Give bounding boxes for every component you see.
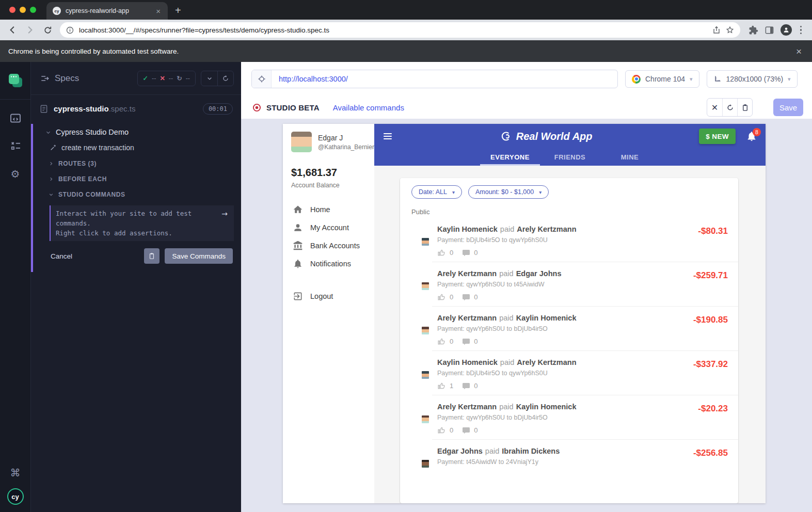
like-icon[interactable] [437,293,446,301]
restart-icon [222,75,229,82]
suite-row[interactable]: Cypress Studio Demo [33,124,241,140]
forward-button[interactable] [23,23,37,37]
comment-icon[interactable] [462,382,470,390]
copy-commands-button[interactable] [144,248,160,264]
balance-amount: $1,681.37 [291,167,366,179]
new-tab-button[interactable]: + [168,5,188,20]
share-icon[interactable] [712,26,721,34]
new-transaction-button[interactable]: $ NEW [699,129,736,144]
transaction-receiver: Arely Kertzmann [517,225,576,233]
like-count: 0 [450,293,453,301]
studio-save-button[interactable]: Save [773,99,803,116]
transaction-row[interactable]: Edgar Johns paid Ibrahim Dickens Payment… [400,440,738,473]
studio-close-button[interactable]: ✕ [707,99,722,116]
like-icon[interactable] [437,337,446,346]
transaction-row[interactable]: Arely Kertzmann paid Kaylin Homenick Pay… [400,395,738,440]
browser-tab[interactable]: cy cypress-realworld-app × [46,2,168,20]
nav-item-logout[interactable]: Logout [283,287,374,305]
browser-selector[interactable]: Chrome 104 ▾ [625,70,699,88]
test-row[interactable]: create new transaction [33,140,241,156]
transaction-row[interactable]: Kaylin Homenick paid Arely Kertzmann Pay… [400,351,738,395]
transaction-avatars [409,225,430,246]
back-button[interactable] [5,23,20,37]
studio-restart-button[interactable] [722,99,737,116]
nav-item-my-account[interactable]: My Account [283,218,374,236]
extensions-icon[interactable] [749,25,758,35]
reload-button[interactable] [40,23,55,37]
studio-copy-button[interactable] [737,99,752,116]
like-icon[interactable] [437,426,446,435]
tab-friends[interactable]: FRIENDS [540,149,600,166]
automation-banner: Chrome is being controlled by automated … [0,40,812,62]
forward-arrow-icon [25,25,35,35]
close-window-button[interactable] [9,7,15,13]
aut-url-bar[interactable]: http://localhost:3000/ [251,70,618,88]
maximize-window-button[interactable] [30,7,36,13]
transaction-row[interactable]: Arely Kertzmann paid Kaylin Homenick Pay… [400,307,738,351]
user-avatar [291,132,312,152]
bookmark-star-icon[interactable] [726,26,734,34]
person-icon [293,222,303,233]
comment-icon[interactable] [462,249,470,257]
selector-playground-button[interactable] [252,70,272,88]
minimize-window-button[interactable] [20,7,26,13]
transaction-row[interactable]: Arely Kertzmann paid Edgar Johns Payment… [400,262,738,307]
transaction-row[interactable]: Kaylin Homenick paid Arely Kertzmann Pay… [400,218,738,262]
address-bar[interactable]: localhost:3000/__/#/specs/runner?file=cy… [60,22,740,38]
tab-close-icon[interactable]: × [154,6,163,16]
tab-title: cypress-realworld-app [66,7,149,14]
routes-group-row[interactable]: ROUTES (3) [33,156,241,171]
studio-hint-line1: Interact with your site to add test comm… [56,209,216,228]
before-each-group-row[interactable]: BEFORE EACH [33,171,241,187]
side-panel-icon[interactable] [765,25,774,35]
hamburger-menu-icon[interactable] [383,131,393,141]
cypress-logo[interactable]: cy [7,488,24,505]
transaction-amount: -$20.23 [698,403,728,435]
logout-icon [293,291,303,301]
rerun-button[interactable] [217,71,233,86]
arrow-right-icon: → [221,209,228,219]
viewport-selector[interactable]: 1280x1000 (73%) ▾ [707,70,798,88]
comment-icon[interactable] [462,338,470,346]
profile-avatar[interactable] [781,24,792,36]
nav-item-bank-accounts[interactable]: Bank Accounts [283,236,374,254]
comment-icon[interactable] [462,293,470,301]
app-main: Real World App $ NEW 8 EVERYONE FR [374,124,766,503]
rail-item-debug[interactable] [5,136,26,156]
user-handle: @Katharina_Bernier [318,143,374,151]
nav-item-home[interactable]: Home [283,200,374,218]
tab-everyone[interactable]: EVERYONE [480,149,540,166]
rail-item-runs[interactable] [5,108,26,129]
transaction-social: 0 0 [437,248,698,257]
amount-filter-chip[interactable]: Amount: $0 - $1,000 ▾ [468,185,549,199]
rail-item-settings[interactable]: ⚙ [5,164,26,184]
spec-file-row[interactable]: cypress-studio.spec.ts 00:01 [31,95,241,120]
save-commands-button[interactable]: Save Commands [165,248,233,264]
comment-icon[interactable] [462,426,470,435]
date-filter-chip[interactable]: Date: ALL ▾ [411,185,462,199]
nav-item-notifications[interactable]: Notifications [283,254,374,273]
cancel-button[interactable]: Cancel [51,252,72,260]
transaction-feed: Date: ALL ▾ Amount: $0 - $1,000 ▾ Public [400,178,738,503]
studio-commands-group-row[interactable]: STUDIO COMMANDS [33,187,241,202]
banner-close-icon[interactable]: × [796,46,802,56]
notifications-button[interactable]: 8 [746,131,757,142]
real-world-app: Edgar J @Katharina_Bernier $1,681.37 Acc… [283,124,766,503]
aut-header: http://localhost:3000/ Chrome 104 ▾ 1280… [241,62,812,96]
like-icon[interactable] [437,248,446,257]
browser-tabstrip: cy cypress-realworld-app × + [0,0,812,20]
transaction-avatars [409,403,430,423]
chevron-right-icon [49,161,54,166]
automation-banner-text: Chrome is being controlled by automated … [8,47,179,55]
rail-item-specs[interactable] [5,70,26,91]
tab-mine[interactable]: MINE [600,149,660,166]
rail-divider [0,99,31,100]
like-icon[interactable] [437,381,446,390]
comment-count: 0 [474,249,477,257]
transaction-action: paid [499,314,513,322]
collapse-button[interactable] [201,71,217,86]
browser-menu-icon[interactable] [798,26,804,35]
available-commands-link[interactable]: Available commands [333,103,404,112]
site-info-icon[interactable] [66,26,74,34]
keyboard-shortcuts-icon[interactable]: ⌘ [10,467,21,479]
